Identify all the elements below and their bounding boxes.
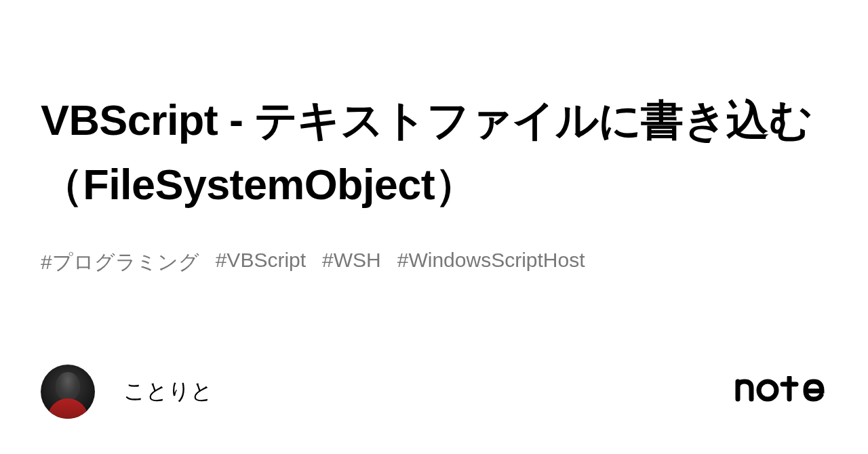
tag-item[interactable]: #WSH (322, 249, 381, 276)
note-logo[interactable] (732, 373, 827, 411)
tag-item[interactable]: #プログラミング (41, 249, 199, 276)
author-block[interactable]: ことりと (41, 365, 213, 419)
tag-item[interactable]: #VBScript (216, 249, 306, 276)
svg-point-0 (759, 381, 776, 399)
article-title: VBScript - テキストファイルに書き込む（FileSystemObjec… (41, 88, 827, 216)
footer: ことりと (41, 365, 827, 419)
author-avatar (41, 365, 95, 419)
author-name: ことりと (123, 377, 213, 407)
tag-list: #プログラミング #VBScript #WSH #WindowsScriptHo… (41, 249, 827, 276)
tag-item[interactable]: #WindowsScriptHost (397, 249, 585, 276)
